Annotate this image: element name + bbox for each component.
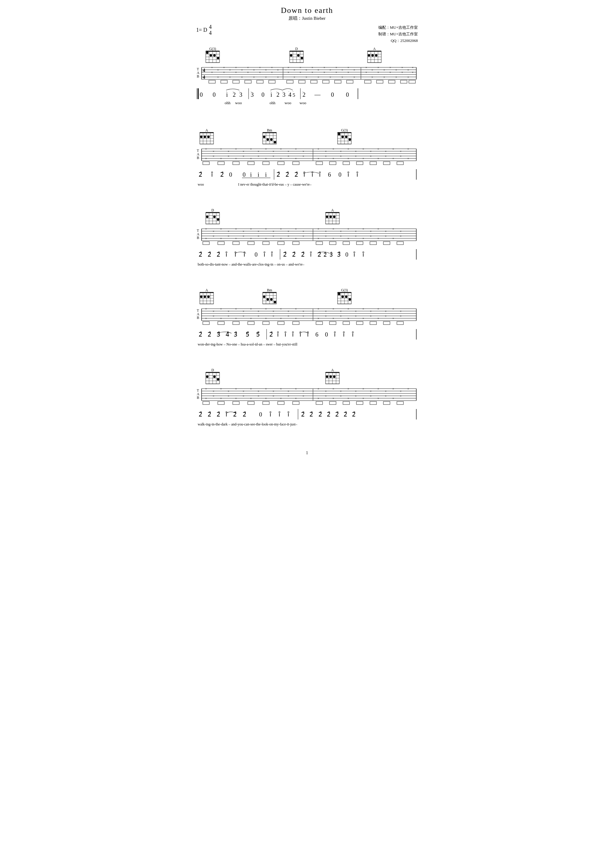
svg-text:×: × [324, 66, 325, 69]
svg-text:G(3): G(3) [209, 47, 216, 51]
svg-text:×: × [220, 387, 222, 391]
svg-text:×: × [347, 317, 349, 320]
svg-text:×: × [265, 157, 267, 160]
svg-text:×: × [392, 227, 394, 231]
svg-text:×: × [363, 157, 364, 160]
svg-text:×: × [205, 237, 207, 240]
svg-text:B: B [197, 74, 199, 79]
svg-text:×: × [220, 227, 222, 231]
svg-text:×: × [329, 76, 331, 79]
svg-text:D: D [295, 47, 298, 51]
svg-text:×: × [363, 227, 364, 231]
svg-point-596 [213, 375, 216, 378]
svg-text:×: × [325, 155, 327, 158]
svg-text:×: × [259, 71, 261, 74]
svg-text:×: × [212, 315, 214, 318]
svg-rect-287 [293, 162, 299, 165]
svg-rect-125 [257, 80, 263, 83]
svg-text:×: × [400, 234, 402, 238]
svg-text:0: 0 [243, 171, 246, 178]
svg-text:A: A [205, 128, 208, 132]
svg-point-39 [375, 54, 377, 57]
svg-text:×: × [389, 71, 391, 74]
svg-text:×: × [355, 315, 357, 318]
svg-text:×: × [365, 66, 367, 69]
svg-text:2̊: 2̊ [283, 251, 287, 258]
svg-text:×: × [205, 317, 207, 320]
svg-text:i̊: i̊ [357, 171, 358, 178]
svg-text:i̊: i̊ [288, 411, 289, 418]
svg-text:×: × [280, 307, 282, 310]
svg-point-185 [204, 136, 206, 138]
section-1: G(3) D A [196, 46, 418, 125]
svg-text:×: × [335, 66, 337, 69]
svg-text:×: × [271, 71, 273, 74]
svg-text:A: A [205, 288, 208, 292]
svg-rect-679 [248, 401, 254, 405]
svg-rect-553 [248, 322, 254, 325]
svg-text:×: × [355, 394, 357, 398]
svg-point-468 [263, 296, 265, 298]
svg-point-482 [338, 293, 340, 295]
svg-text:i̊: i̊ [319, 171, 321, 178]
svg-text:×: × [340, 229, 342, 233]
svg-text:×: × [288, 66, 289, 69]
svg-text:×: × [250, 147, 252, 150]
svg-text:2̊: 2̊ [352, 411, 356, 418]
svg-text:×: × [400, 229, 402, 233]
svg-text:G(3): G(3) [341, 288, 348, 292]
svg-rect-412 [263, 242, 269, 245]
svg-text:×: × [288, 394, 289, 398]
svg-text:×: × [332, 227, 334, 231]
svg-text:×: × [288, 150, 289, 153]
svg-point-38 [371, 54, 374, 57]
svg-text:i̊: i̊ [270, 411, 271, 418]
svg-text:0: 0 [262, 91, 265, 98]
svg-text:A: A [373, 47, 376, 51]
svg-text:×: × [340, 394, 342, 398]
svg-text:·: · [239, 90, 240, 93]
svg-rect-132 [347, 80, 353, 83]
svg-text:×: × [354, 68, 355, 71]
svg-rect-135 [388, 80, 395, 83]
svg-text:2̊: 2̊ [327, 411, 331, 418]
svg-rect-416 [329, 242, 336, 245]
svg-text:×: × [318, 307, 319, 310]
svg-point-609 [329, 375, 332, 378]
svg-text:×: × [273, 394, 274, 398]
svg-text:×: × [400, 310, 402, 313]
svg-text:×: × [347, 157, 349, 160]
svg-text:×: × [370, 315, 372, 318]
svg-rect-284 [248, 162, 254, 165]
svg-rect-290 [343, 162, 349, 165]
svg-point-343 [333, 215, 335, 218]
svg-text:2̊: 2̊ [301, 411, 305, 418]
svg-text:×: × [385, 389, 387, 393]
svg-text:×: × [265, 76, 267, 79]
svg-text:×: × [247, 71, 249, 74]
svg-text:×: × [302, 150, 304, 153]
svg-text:·: · [282, 90, 283, 93]
svg-text:×: × [295, 237, 297, 240]
svg-rect-687 [370, 401, 377, 405]
svg-text:·: · [233, 90, 234, 93]
svg-rect-294 [397, 162, 403, 165]
svg-point-456 [204, 296, 206, 298]
svg-text:×: × [212, 155, 214, 158]
svg-rect-552 [233, 322, 239, 325]
svg-text:i̊: i̊ [310, 251, 312, 258]
svg-text:×: × [243, 234, 244, 238]
svg-text:5̊: 5̊ [256, 331, 260, 338]
svg-text:×: × [235, 387, 237, 391]
svg-point-198 [267, 138, 269, 141]
svg-text:×: × [273, 234, 274, 238]
svg-text:×: × [288, 229, 289, 233]
svg-text:×: × [228, 310, 229, 313]
svg-text:×: × [340, 155, 342, 158]
svg-text:×: × [288, 155, 289, 158]
svg-text:A: A [331, 208, 334, 212]
svg-text:×: × [205, 397, 207, 400]
svg-rect-418 [357, 242, 363, 245]
svg-text:woo: woo [198, 182, 204, 186]
svg-text:·: · [270, 90, 271, 93]
